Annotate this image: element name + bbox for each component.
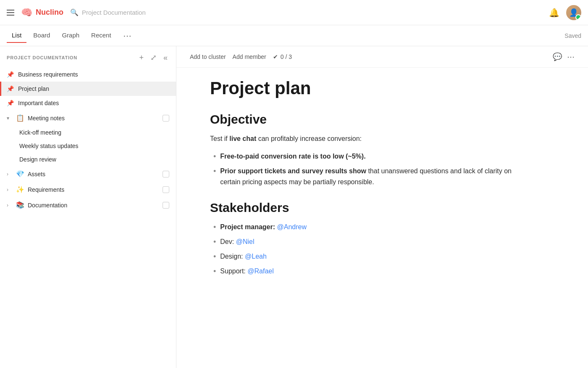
sidebar-child-weekly[interactable]: Weekly status updates [0,139,176,153]
chevron-right-icon: › [7,187,13,193]
sidebar-item-label: Project plan [18,85,169,92]
stakeholder-dev-text: Dev: @Niel [220,236,254,247]
more-options-icon[interactable]: ⋯ [567,52,575,61]
sidebar-item-project-plan[interactable]: 📌 Project plan [0,82,176,96]
content-area: Add to cluster Add member ✔ 0 / 3 💬 ⋯ Pr… [176,46,588,368]
search-area[interactable]: 🔍 Project Documentation [70,8,542,16]
tabs-bar: List Board Graph Recent ⋯ Saved [0,25,588,46]
check-icon: ✔ [273,53,278,60]
sidebar-group-documentation[interactable]: › 📚 Documentation [0,197,176,213]
group-checkbox[interactable] [163,186,169,193]
stakeholder-support: Support: @Rafael [210,266,521,277]
sidebar-group-assets[interactable]: › 💎 Assets [0,166,176,182]
group-emoji: 📋 [16,114,24,122]
sidebar-expand-button[interactable]: ⤢ [149,52,158,63]
logo-text: Nuclino [36,8,63,17]
sidebar-group-requirements[interactable]: › ✨ Requirements [0,182,176,197]
stakeholder-design: Design: @Leah [210,251,521,262]
user-avatar[interactable]: 👤 [566,5,581,20]
bullet-text-2: Prior support tickets and survey results… [220,166,521,187]
document-content: Project plan Objective Test if live chat… [176,68,554,316]
sidebar-item-label: Business requirements [18,71,169,78]
document-title: Project plan [210,78,521,99]
search-placeholder: Project Documentation [82,9,146,16]
tab-board[interactable]: Board [28,28,55,43]
objective-intro: Test if live chat can profitably increas… [210,133,521,144]
sidebar: PROJECT DOCUMENTATION + ⤢ « 📌 Business r… [0,46,176,368]
pin-icon: 📌 [7,71,14,78]
group-label: Meeting notes [28,115,159,122]
stakeholder-dev: Dev: @Niel [210,236,521,248]
sidebar-collapse-button[interactable]: « [162,53,169,63]
topbar-right: 🔔 👤 [549,5,581,20]
objective-bullets: Free-to-paid conversion rate is too low … [210,151,521,187]
sidebar-item-important-dates[interactable]: 📌 Important dates [0,96,176,110]
objective-heading: Objective [210,112,521,127]
chevron-right-icon: › [7,171,13,177]
group-label: Assets [28,171,159,177]
stakeholder-pm: Project manager: @Andrew [210,222,521,233]
logo-icon: 🧠 [21,7,32,18]
tab-list[interactable]: List [7,28,26,43]
tab-graph[interactable]: Graph [57,28,84,43]
group-label: Documentation [28,202,159,209]
live-chat-bold: live chat [229,135,256,142]
toolbar-right: 💬 ⋯ [553,52,575,61]
group-checkbox[interactable] [163,115,169,122]
task-count-value: 0 / 3 [281,53,292,60]
stakeholders-section: Stakeholders Project manager: @Andrew De… [210,201,521,277]
sidebar-header: PROJECT DOCUMENTATION + ⤢ « [0,46,176,67]
sidebar-group-meeting-notes[interactable]: ▾ 📋 Meeting notes [0,110,176,126]
stakeholder-design-link[interactable]: @Leah [245,253,267,260]
group-checkbox[interactable] [163,171,169,177]
chevron-down-icon: ▾ [7,115,13,121]
group-emoji: 💎 [16,170,24,178]
stakeholder-dev-link[interactable]: @Niel [236,238,255,245]
stakeholders-list: Project manager: @Andrew Dev: @Niel Desi… [210,222,521,277]
sidebar-item-business-requirements[interactable]: 📌 Business requirements [0,67,176,82]
pin-icon: 📌 [7,85,14,92]
stakeholders-heading: Stakeholders [210,201,521,215]
main-layout: PROJECT DOCUMENTATION + ⤢ « 📌 Business r… [0,46,588,368]
bullet-item-1: Free-to-paid conversion rate is too low … [210,151,521,162]
group-emoji: 📚 [16,201,24,209]
group-emoji: ✨ [16,185,24,193]
tab-recent[interactable]: Recent [86,28,116,43]
logo[interactable]: 🧠 Nuclino [21,7,63,18]
add-member-button[interactable]: Add member [233,53,266,61]
stakeholder-pm-text: Project manager: @Andrew [220,222,307,233]
stakeholder-support-text: Support: @Rafael [220,266,273,277]
notification-bell-icon[interactable]: 🔔 [549,8,559,18]
topbar: 🧠 Nuclino 🔍 Project Documentation 🔔 👤 [0,0,588,25]
hamburger-menu[interactable] [7,10,14,16]
avatar-image: 👤 [566,5,581,20]
bullet-item-2: Prior support tickets and survey results… [210,166,521,187]
sidebar-item-label: Important dates [18,100,169,106]
pin-icon: 📌 [7,100,14,106]
sidebar-child-design-review[interactable]: Design review [0,153,176,166]
sidebar-add-button[interactable]: + [137,53,145,63]
group-checkbox[interactable] [163,202,169,209]
sidebar-section-title: PROJECT DOCUMENTATION [7,55,134,60]
search-icon: 🔍 [70,8,79,16]
tabs-more-icon[interactable]: ⋯ [120,27,135,44]
bullet-text-1: Free-to-paid conversion rate is too low … [220,151,365,162]
objective-section: Objective Test if live chat can profitab… [210,112,521,187]
saved-status: Saved [564,32,581,39]
stakeholder-design-text: Design: @Leah [220,251,267,262]
task-count: ✔ 0 / 3 [273,53,292,60]
sidebar-child-kickoff[interactable]: Kick-off meeting [0,126,176,139]
content-toolbar: Add to cluster Add member ✔ 0 / 3 💬 ⋯ [176,46,588,68]
stakeholder-support-link[interactable]: @Rafael [247,267,274,275]
add-to-cluster-button[interactable]: Add to cluster [190,53,226,61]
comment-icon[interactable]: 💬 [553,52,562,61]
group-label: Requirements [28,186,159,193]
chevron-right-icon: › [7,202,13,208]
stakeholder-pm-link[interactable]: @Andrew [277,223,307,230]
